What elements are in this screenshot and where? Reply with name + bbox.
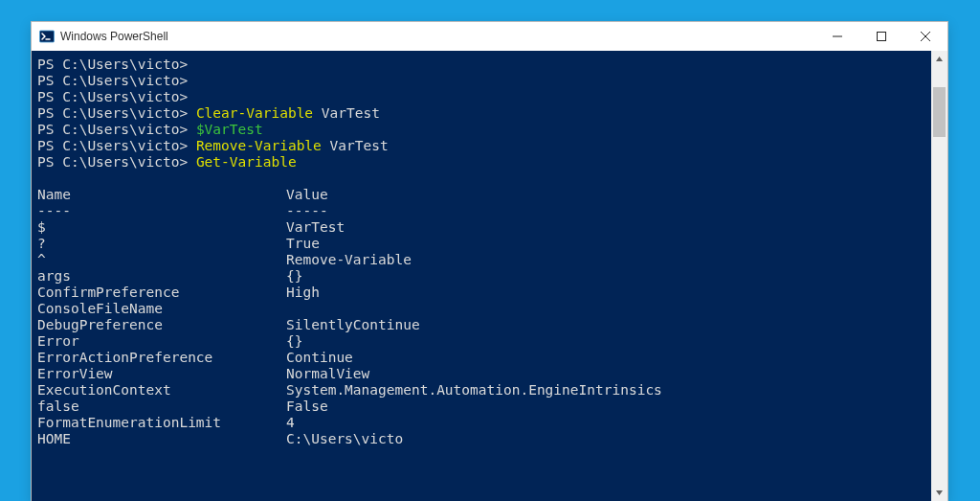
- scroll-down-button[interactable]: [931, 485, 947, 501]
- prompt: PS C:\Users\victo>: [37, 57, 196, 72]
- prompt: PS C:\Users\victo>: [37, 73, 196, 88]
- command-arg: VarTest: [313, 105, 380, 121]
- command: Get-Variable: [196, 154, 297, 170]
- console-area: PS C:\Users\victo> PS C:\Users\victo> PS…: [32, 51, 947, 501]
- variable-value: Continue: [286, 350, 931, 366]
- variable-name: ----: [37, 203, 286, 219]
- command: $VarTest: [196, 122, 263, 137]
- vertical-scrollbar[interactable]: [931, 51, 947, 501]
- minimize-button[interactable]: [815, 22, 859, 51]
- variable-name: Name: [37, 187, 286, 203]
- table-row: HOMEC:\Users\victo: [37, 431, 931, 447]
- window-controls: [815, 22, 947, 51]
- blank-line: [37, 171, 931, 187]
- variable-name: FormatEnumerationLimit: [37, 415, 286, 431]
- titlebar[interactable]: Windows PowerShell: [32, 22, 947, 51]
- table-row: args{}: [37, 268, 931, 285]
- powershell-window: Windows PowerShell PS C:\Users\victo> PS…: [31, 21, 948, 501]
- table-row: DebugPreferenceSilentlyContinue: [37, 317, 931, 333]
- variable-value: System.Management.Automation.EngineIntri…: [286, 382, 931, 399]
- variable-name: HOME: [37, 431, 286, 447]
- variable-value: Value: [286, 187, 931, 203]
- scroll-up-button[interactable]: [931, 51, 947, 67]
- table-row: ExecutionContextSystem.Management.Automa…: [37, 382, 931, 399]
- variable-value: C:\Users\victo: [286, 431, 931, 447]
- variable-value: False: [286, 399, 931, 415]
- table-row: ConsoleFileName: [37, 301, 931, 317]
- command: Remove-Variable: [196, 138, 322, 153]
- prompt: PS C:\Users\victo>: [37, 122, 196, 137]
- variable-value: [286, 301, 931, 317]
- variable-name: Error: [37, 333, 286, 350]
- variable-value: -----: [286, 203, 931, 219]
- close-button[interactable]: [903, 22, 947, 51]
- scroll-thumb[interactable]: [933, 87, 946, 137]
- window-title: Windows PowerShell: [60, 30, 815, 43]
- variable-name: ErrorActionPreference: [37, 350, 286, 366]
- variable-value: True: [286, 236, 931, 252]
- table-row: ^Remove-Variable: [37, 252, 931, 268]
- console-output[interactable]: PS C:\Users\victo> PS C:\Users\victo> PS…: [32, 51, 931, 501]
- command-arg: VarTest: [322, 138, 389, 153]
- prompt: PS C:\Users\victo>: [37, 138, 196, 153]
- variable-name: ^: [37, 252, 286, 268]
- variable-value: {}: [286, 268, 931, 285]
- variable-value: {}: [286, 333, 931, 350]
- table-row: FormatEnumerationLimit4: [37, 415, 931, 431]
- table-row: ConfirmPreferenceHigh: [37, 285, 931, 301]
- prompt: PS C:\Users\victo>: [37, 89, 196, 104]
- variable-name: DebugPreference: [37, 317, 286, 333]
- table-row: ?True: [37, 236, 931, 252]
- variable-name: ConsoleFileName: [37, 301, 286, 317]
- console-line: PS C:\Users\victo> Clear-Variable VarTes…: [37, 105, 931, 122]
- console-line: PS C:\Users\victo>: [37, 57, 931, 73]
- variable-value: 4: [286, 415, 931, 431]
- svg-rect-3: [878, 33, 886, 41]
- variable-value: High: [286, 285, 931, 301]
- console-line: PS C:\Users\victo> Get-Variable: [37, 154, 931, 171]
- table-row: $VarTest: [37, 219, 931, 236]
- variable-name: ConfirmPreference: [37, 285, 286, 301]
- variable-name: ErrorView: [37, 366, 286, 382]
- table-header: NameValue: [37, 187, 931, 203]
- table-row: Error{}: [37, 333, 931, 350]
- variable-value: NormalView: [286, 366, 931, 382]
- variable-name: ExecutionContext: [37, 382, 286, 399]
- table-row: falseFalse: [37, 399, 931, 415]
- variable-value: SilentlyContinue: [286, 317, 931, 333]
- table-separator: ---------: [37, 203, 931, 219]
- maximize-button[interactable]: [859, 22, 903, 51]
- variable-name: false: [37, 399, 286, 415]
- console-line: PS C:\Users\victo> Remove-Variable VarTe…: [37, 138, 931, 154]
- variable-value: VarTest: [286, 219, 931, 236]
- prompt: PS C:\Users\victo>: [37, 105, 196, 121]
- svg-rect-0: [40, 31, 55, 42]
- variable-name: args: [37, 268, 286, 285]
- variable-name: $: [37, 219, 286, 236]
- variable-name: ?: [37, 236, 286, 252]
- console-line: PS C:\Users\victo>: [37, 89, 931, 105]
- console-line: PS C:\Users\victo>: [37, 73, 931, 89]
- variable-value: Remove-Variable: [286, 252, 931, 268]
- table-row: ErrorActionPreferenceContinue: [37, 350, 931, 366]
- table-row: ErrorViewNormalView: [37, 366, 931, 382]
- command: Clear-Variable: [196, 105, 313, 121]
- prompt: PS C:\Users\victo>: [37, 154, 196, 170]
- powershell-icon: [39, 29, 55, 44]
- console-line: PS C:\Users\victo> $VarTest: [37, 122, 931, 138]
